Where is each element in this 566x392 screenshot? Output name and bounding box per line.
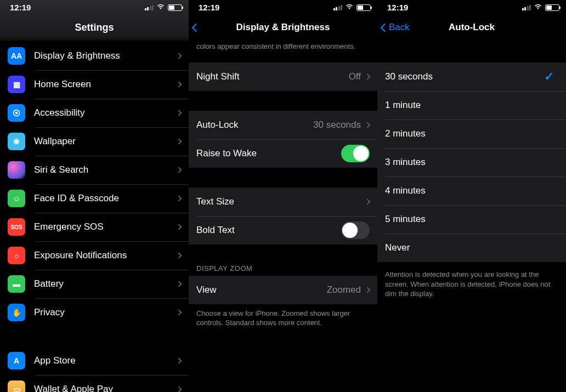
wallpaper-icon: ❀ [8,133,25,150]
night-shift-value: Off [349,71,361,82]
option-label: Never [385,242,558,253]
settings-row-label: Battery [34,279,177,289]
privacy-icon: ✋ [8,304,25,321]
settings-row-siri-search[interactable]: Siri & Search [0,156,189,184]
home-screen-icon: ▦ [8,76,25,93]
view-label: View [196,285,327,296]
settings-row-wallpaper[interactable]: ❀Wallpaper [0,127,189,156]
siri-search-icon [8,161,25,179]
chevron-right-icon [176,195,182,201]
settings-row-accessibility[interactable]: ⦿Accessibility [0,99,189,127]
auto-lock-row[interactable]: Auto-Lock 30 seconds [189,111,377,139]
emergency-sos-icon: SOS [8,218,25,236]
app-store-icon: A [8,352,25,370]
display-zoom-footer: Choose a view for iPhone. Zoomed shows l… [189,304,377,334]
night-shift-row[interactable]: Night Shift Off [189,63,377,91]
signal-icon [333,4,343,10]
option-label: 3 minutes [385,157,558,168]
status-indicators [522,3,560,12]
back-button[interactable]: Back [382,22,410,33]
auto-lock-option[interactable]: 30 seconds✓ [377,63,566,91]
settings-row-label: Wallpaper [34,136,177,147]
nav-header: Back Auto-Lock [377,13,566,42]
auto-lock-option[interactable]: 2 minutes [377,120,566,148]
auto-lock-label: Auto-Lock [196,120,313,130]
auto-lock-option[interactable]: Never [377,234,566,262]
chevron-left-icon [381,23,389,32]
settings-row-face-id-passcode[interactable]: ☺Face ID & Passcode [0,184,189,213]
chevron-right-icon [176,281,182,287]
checkmark-icon: ✓ [544,70,554,84]
settings-row-emergency-sos[interactable]: SOSEmergency SOS [0,213,189,241]
page-title: Display & Brightness [236,22,330,33]
chevron-right-icon [176,357,182,363]
bold-text-label: Bold Text [196,225,341,236]
chevron-right-icon [364,287,370,293]
night-shift-label: Night Shift [196,71,349,82]
back-label: Back [389,22,410,33]
display-zoom-header: Display Zoom [189,261,377,276]
chevron-left-icon [192,23,201,32]
option-label: 1 minute [385,100,558,111]
option-label: 2 minutes [385,128,558,139]
chevron-right-icon [176,81,182,87]
chevron-right-icon [364,198,370,204]
wifi-icon [345,3,354,12]
auto-lock-option[interactable]: 4 minutes [377,177,566,205]
wallet-apple-pay-icon: ▭ [8,380,25,392]
view-value: Zoomed [327,285,361,296]
settings-row-exposure-notifications[interactable]: ☼Exposure Notifications [0,241,189,270]
auto-lock-option[interactable]: 5 minutes [377,205,566,234]
status-indicators [145,3,183,12]
chevron-right-icon [176,138,182,144]
settings-row-app-store[interactable]: AApp Store [0,346,189,375]
auto-lock-option[interactable]: 1 minute [377,91,566,120]
settings-row-label: Siri & Search [34,164,177,175]
settings-row-label: Exposure Notifications [34,250,177,261]
settings-row-battery[interactable]: ▬Battery [0,270,189,298]
page-title: Settings [75,22,114,33]
chevron-right-icon [364,73,370,79]
text-size-row[interactable]: Text Size [189,188,377,216]
status-bar: 12:19 [189,0,377,13]
battery-icon [356,4,371,11]
settings-row-label: Privacy [34,307,177,318]
status-time: 12:19 [199,3,219,12]
back-button[interactable] [193,25,199,31]
display-brightness-icon: AA [8,47,25,65]
auto-lock-options: 30 seconds✓1 minute2 minutes3 minutes4 m… [377,63,566,262]
settings-row-home-screen[interactable]: ▦Home Screen [0,70,189,99]
wifi-icon [156,3,165,12]
view-row[interactable]: View Zoomed [189,276,377,304]
settings-screen: 12:19 Settings AADisplay & Brightness▦Ho… [0,0,189,392]
settings-row-wallet-apple-pay[interactable]: ▭Wallet & Apple Pay [0,375,189,392]
auto-lock-option[interactable]: 3 minutes [377,148,566,177]
face-id-passcode-icon: ☺ [8,190,25,207]
text-size-label: Text Size [196,196,365,207]
status-indicators [333,3,371,12]
settings-row-label: Home Screen [34,79,177,90]
status-bar: 12:19 [377,0,566,13]
truetone-footer: colors appear consistent in different en… [189,42,377,58]
settings-row-display-brightness[interactable]: AADisplay & Brightness [0,42,189,70]
battery-icon: ▬ [8,275,25,293]
battery-icon [545,4,559,11]
chevron-right-icon [364,122,370,128]
signal-icon [145,4,154,10]
raise-to-wake-toggle[interactable] [341,145,370,162]
auto-lock-footer: Attention is detected when you are looki… [377,262,566,305]
settings-list-2: AApp Store▭Wallet & Apple Pay [0,346,189,392]
auto-lock-value: 30 seconds [313,120,361,130]
settings-row-label: App Store [34,355,177,366]
settings-row-privacy[interactable]: ✋Privacy [0,298,189,327]
signal-icon [522,4,531,10]
battery-icon [168,4,182,11]
settings-row-label: Wallet & Apple Pay [34,384,177,392]
chevron-right-icon [176,110,182,116]
bold-text-toggle[interactable] [341,221,370,239]
accessibility-icon: ⦿ [8,104,25,122]
chevron-right-icon [176,309,182,315]
option-label: 4 minutes [385,185,558,196]
raise-to-wake-label: Raise to Wake [196,148,341,159]
option-label: 30 seconds [385,71,558,82]
